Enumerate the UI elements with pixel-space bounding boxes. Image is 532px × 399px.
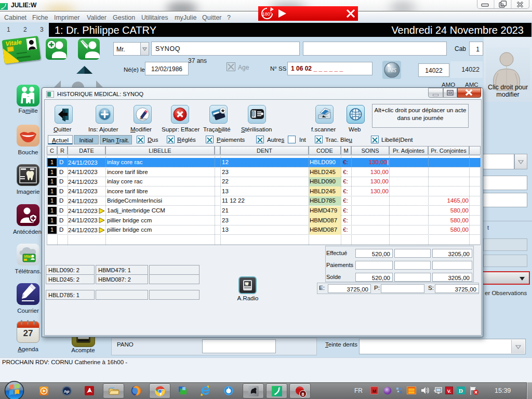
svg-text:hp: hp	[64, 389, 70, 394]
svg-text:180°: 180°	[262, 11, 272, 17]
svg-text:INS: INS	[388, 68, 396, 73]
svg-text:V.: V.	[447, 389, 451, 394]
svg-text:D: D	[459, 388, 463, 394]
svg-text:8: 8	[301, 392, 304, 397]
svg-text:M: M	[373, 389, 377, 394]
